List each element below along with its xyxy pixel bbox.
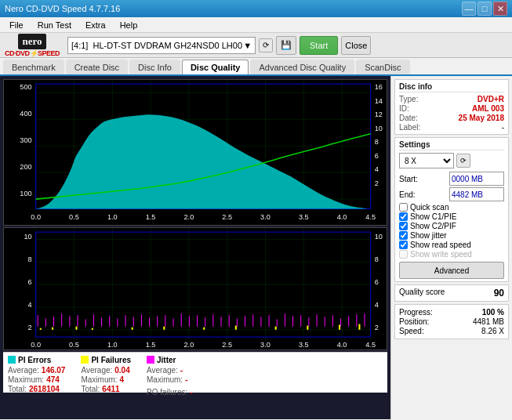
svg-text:0.0: 0.0 (31, 341, 41, 349)
svg-text:14: 14 (375, 97, 383, 105)
svg-rect-92 (157, 316, 158, 326)
end-mb-input[interactable] (449, 187, 504, 201)
show-read-speed-checkbox[interactable] (399, 241, 408, 249)
speed-label: Speed: (399, 327, 424, 335)
disc-type-value: DVD+R (478, 95, 504, 103)
tab-benchmark[interactable]: Benchmark (3, 60, 64, 74)
speed-select[interactable]: 8 X 4 X 6 X 12 X 16 X (399, 153, 454, 168)
svg-rect-93 (165, 315, 165, 326)
svg-rect-90 (141, 314, 142, 326)
show-c1-checkbox[interactable] (399, 212, 408, 221)
speed-value: 8.26 X (481, 327, 504, 335)
disc-label-row: Label: - (399, 122, 504, 132)
chart-pi-errors: 500 400 300 200 100 16 14 12 10 8 6 4 2 … (3, 79, 387, 226)
menu-runtest[interactable]: Run Test (31, 19, 78, 31)
disc-id-label: ID: (399, 104, 409, 113)
menu-extra[interactable]: Extra (79, 19, 112, 31)
end-mb-label: End: (399, 190, 416, 199)
svg-text:0.5: 0.5 (69, 341, 79, 349)
drive-dropdown-icon: ▼ (243, 41, 252, 50)
chart-bottom-svg: 10 8 6 4 2 10 8 6 4 2 (4, 228, 387, 349)
app-title: Nero CD-DVD Speed 4.7.7.16 (5, 4, 120, 13)
speed-refresh-icon[interactable]: ⟳ (456, 154, 470, 168)
maximize-button[interactable]: □ (478, 2, 492, 16)
svg-text:10: 10 (24, 233, 31, 241)
svg-rect-77 (38, 315, 38, 326)
tab-scandisc[interactable]: ScanDisc (356, 60, 409, 74)
pi-errors-color (8, 356, 16, 364)
svg-text:300: 300 (20, 136, 31, 144)
svg-rect-96 (189, 316, 190, 326)
svg-rect-86 (109, 316, 110, 326)
speed-row: Speed: 8.26 X (399, 327, 504, 335)
show-write-speed-row: Show write speed (399, 250, 504, 259)
legend-pi-failures: PI Failures Average: 0.04 Maximum: 4 Tot… (81, 356, 131, 393)
advanced-button[interactable]: Advanced (399, 262, 504, 279)
start-button[interactable]: Start (300, 36, 338, 55)
svg-text:2.5: 2.5 (222, 213, 232, 221)
svg-rect-97 (197, 315, 198, 326)
svg-text:400: 400 (20, 110, 31, 118)
tab-create-disc[interactable]: Create Disc (66, 60, 128, 74)
svg-rect-118 (365, 313, 365, 326)
menu-file[interactable]: File (3, 19, 30, 31)
svg-rect-65 (40, 328, 42, 330)
progress-value: 100 % (482, 308, 504, 317)
progress-section: Progress: 100 % Position: 4481 MB Speed:… (394, 304, 509, 339)
svg-rect-73 (275, 327, 277, 330)
close-button[interactable]: ✕ (493, 2, 507, 16)
start-mb-label: Start: (399, 175, 418, 183)
svg-text:3.5: 3.5 (299, 213, 309, 221)
svg-text:3.0: 3.0 (260, 213, 271, 221)
svg-text:500: 500 (20, 83, 31, 91)
svg-text:4: 4 (375, 301, 379, 309)
show-c2-checkbox[interactable] (399, 222, 408, 230)
menu-help[interactable]: Help (114, 19, 144, 31)
svg-text:6: 6 (375, 152, 379, 160)
tab-advanced-disc-quality[interactable]: Advanced Disc Quality (250, 60, 354, 74)
svg-text:0.0: 0.0 (31, 213, 41, 221)
svg-text:2.0: 2.0 (184, 213, 194, 221)
svg-rect-108 (285, 313, 285, 326)
svg-rect-99 (212, 314, 213, 326)
toolbar-close-button[interactable]: Close (341, 36, 371, 55)
start-mb-input[interactable] (449, 172, 504, 186)
svg-text:8: 8 (375, 255, 379, 263)
tab-disc-quality[interactable]: Disc Quality (182, 60, 249, 74)
svg-rect-98 (205, 317, 205, 326)
show-c2-label: Show C2/PIF (410, 222, 456, 230)
pi-errors-max-value: 474 (46, 375, 60, 384)
refresh-icon[interactable]: ⟳ (259, 38, 273, 52)
svg-rect-84 (93, 314, 94, 326)
progress-label: Progress: (399, 308, 433, 317)
minimize-button[interactable]: — (462, 2, 476, 16)
show-write-speed-checkbox[interactable] (399, 250, 408, 259)
show-jitter-label: Show jitter (410, 231, 447, 240)
pi-failures-total-value: 6411 (102, 385, 119, 393)
save-button[interactable]: 💾 (276, 36, 296, 55)
svg-rect-114 (332, 315, 333, 326)
jitter-color (147, 356, 154, 364)
logo-cdspeed: CD·DVD⚡SPEED (5, 49, 60, 57)
svg-rect-100 (221, 317, 222, 326)
svg-text:8: 8 (375, 138, 379, 146)
svg-text:6: 6 (375, 278, 379, 286)
drive-selector[interactable]: [4:1] HL-DT-ST DVDRAM GH24NSD0 LH00 ▼ (67, 37, 256, 54)
svg-rect-88 (125, 315, 126, 326)
svg-text:100: 100 (20, 190, 31, 197)
tab-disc-info[interactable]: Disc Info (129, 60, 180, 74)
jitter-max-value: - (185, 375, 187, 384)
svg-rect-81 (69, 316, 70, 326)
po-failures-value: - (190, 388, 192, 396)
quality-section: Quality score 90 (394, 284, 509, 302)
svg-rect-112 (317, 314, 318, 326)
legend-pi-errors: PI Errors Average: 146.07 Maximum: 474 T… (8, 356, 65, 393)
svg-text:2.5: 2.5 (222, 341, 232, 349)
svg-rect-68 (92, 328, 93, 330)
disc-type-row: Type: DVD+R (399, 94, 504, 103)
show-jitter-checkbox[interactable] (399, 231, 408, 240)
quick-scan-checkbox[interactable] (399, 203, 408, 212)
svg-text:6: 6 (27, 278, 31, 286)
svg-rect-83 (85, 319, 86, 326)
toolbar: nero CD·DVD⚡SPEED [4:1] HL-DT-ST DVDRAM … (0, 33, 512, 58)
